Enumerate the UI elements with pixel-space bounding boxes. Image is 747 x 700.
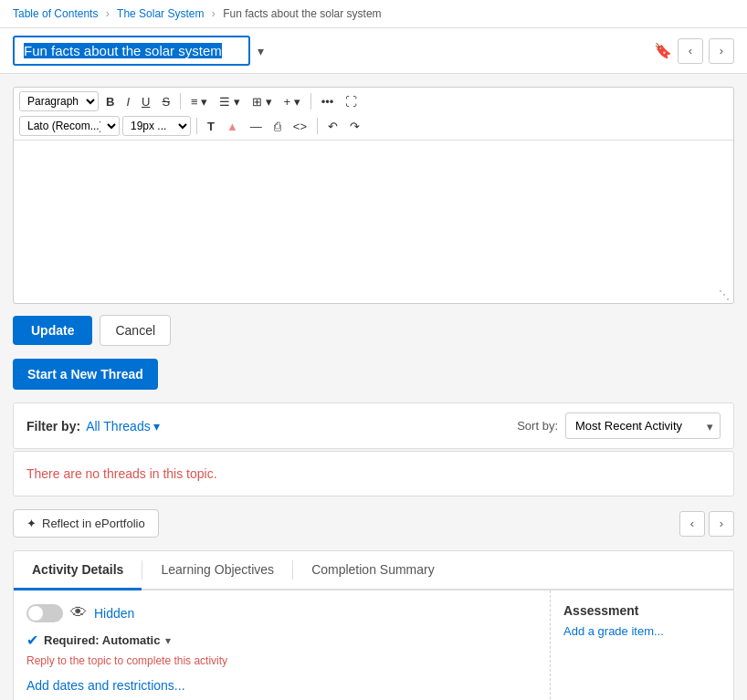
editor-body[interactable] [14, 141, 733, 287]
no-threads-banner: There are no threads in this topic. [13, 451, 734, 496]
add-dates-link[interactable]: Add dates and restrictions... [26, 678, 537, 693]
sort-label: Sort by: [517, 419, 558, 433]
reflect-prev-button[interactable]: ‹ [679, 511, 705, 537]
toolbar-sep-3 [196, 118, 197, 134]
text-format-button[interactable]: T [203, 117, 219, 136]
tab-right-panel: Assessment Add a grade item... [551, 590, 733, 700]
redo-button[interactable]: ↷ [345, 117, 364, 136]
italic-button[interactable]: I [121, 92, 134, 111]
code-button[interactable]: <> [289, 117, 311, 136]
tab-left-panel: 👁 Hidden ✔ Required: Automatic ▾ Reply t… [14, 590, 551, 700]
reflect-next-button[interactable]: › [709, 511, 734, 537]
sort-select[interactable]: Most Recent Activity Oldest Activity Mos… [565, 413, 721, 439]
toolbar-sep-4 [317, 118, 318, 134]
editor-action-buttons: Update Cancel [13, 315, 734, 346]
page-header: ▾ 🔖 ‹ › [0, 28, 747, 74]
insert-button[interactable]: + ▾ [279, 92, 305, 111]
breadcrumb-current: Fun facts about the solar system [223, 7, 381, 20]
underline-button[interactable]: U [137, 92, 154, 111]
toolbar-sep-1 [180, 93, 181, 110]
tab-content: 👁 Hidden ✔ Required: Automatic ▾ Reply t… [14, 590, 733, 700]
tabs-section: Activity Details Learning Objectives Com… [13, 550, 734, 700]
tab-completion-summary[interactable]: Completion Summary [293, 551, 453, 590]
reflect-bar: ✦ Reflect in ePortfolio ‹ › [13, 509, 734, 538]
table-button[interactable]: ⊞ ▾ [247, 92, 277, 111]
font-select[interactable]: Lato (Recom...) Arial Times New Roman [19, 116, 120, 136]
toolbar-row-2: Lato (Recom...) Arial Times New Roman 19… [19, 116, 728, 136]
tabs-header: Activity Details Learning Objectives Com… [14, 551, 733, 590]
hr-button[interactable]: — [246, 117, 267, 136]
hidden-toggle[interactable] [26, 604, 63, 622]
prev-nav-button[interactable]: ‹ [678, 38, 703, 64]
tab-learning-objectives[interactable]: Learning Objectives [142, 551, 292, 590]
update-button[interactable]: Update [13, 316, 92, 345]
reflect-label: Reflect in ePortfolio [42, 517, 145, 530]
filter-sort-bar: Filter by: All Threads ▾ Sort by: Most R… [13, 402, 734, 449]
more-button[interactable]: ••• [317, 92, 339, 111]
align-button[interactable]: ≡ ▾ [186, 92, 212, 111]
reflect-icon: ✦ [26, 517, 37, 530]
toolbar-sep-2 [310, 93, 311, 110]
list-button[interactable]: ☰ ▾ [215, 92, 245, 111]
filter-label: Filter by: [26, 419, 80, 434]
bookmark-icon[interactable]: 🔖 [654, 42, 672, 59]
breadcrumb-link-toc[interactable]: Table of Contents [13, 7, 98, 20]
check-icon: ✔ [26, 632, 38, 649]
eye-icon: 👁 [70, 603, 87, 622]
no-threads-text: There are no threads in this topic. [26, 466, 217, 481]
page-title-input[interactable] [13, 36, 250, 66]
main-content: Paragraph Heading 1 Heading 2 B I U S ≡ … [0, 74, 747, 700]
assessment-title: Assessment [563, 603, 721, 618]
breadcrumb: Table of Contents › The Solar System › F… [0, 0, 747, 28]
breadcrumb-link-solar[interactable]: The Solar System [117, 7, 204, 20]
help-text: Reply to the topic to complete this acti… [26, 654, 537, 667]
size-select[interactable]: 19px ... 12px 14px 16px [122, 116, 191, 136]
hidden-label[interactable]: Hidden [94, 606, 134, 621]
sort-select-wrap: Most Recent Activity Oldest Activity Mos… [565, 413, 721, 439]
toolbar-row-1: Paragraph Heading 1 Heading 2 B I U S ≡ … [19, 91, 728, 111]
resize-handle[interactable]: ⋱ [14, 287, 733, 303]
tab-activity-details[interactable]: Activity Details [14, 551, 142, 590]
cancel-button[interactable]: Cancel [100, 315, 171, 346]
next-nav-button[interactable]: › [709, 38, 734, 64]
add-grade-item-link[interactable]: Add a grade item... [563, 624, 664, 638]
image-button[interactable]: ⎙ [269, 117, 286, 136]
paragraph-select[interactable]: Paragraph Heading 1 Heading 2 [19, 91, 99, 111]
bold-button[interactable]: B [101, 92, 119, 111]
strikethrough-button[interactable]: S [157, 92, 174, 111]
editor-toolbar: Paragraph Heading 1 Heading 2 B I U S ≡ … [14, 88, 733, 141]
title-dropdown-arrow[interactable]: ▾ [258, 44, 264, 58]
fullscreen-button[interactable]: ⛶ [341, 92, 362, 111]
required-text: Required: Automatic [44, 633, 160, 647]
undo-button[interactable]: ↶ [323, 117, 342, 136]
highlight-button[interactable]: ▲ [222, 117, 243, 136]
required-row: ✔ Required: Automatic ▾ [26, 632, 537, 649]
reflect-eportfolio-button[interactable]: ✦ Reflect in ePortfolio [13, 509, 159, 538]
filter-all-threads[interactable]: All Threads ▾ [86, 419, 160, 434]
toggle-knob [28, 606, 43, 621]
hidden-row: 👁 Hidden [26, 603, 537, 622]
sort-controls: Sort by: Most Recent Activity Oldest Act… [517, 413, 721, 439]
editor-container: Paragraph Heading 1 Heading 2 B I U S ≡ … [13, 87, 734, 304]
reflect-nav: ‹ › [679, 511, 734, 537]
required-dropdown-arrow[interactable]: ▾ [165, 634, 171, 647]
start-new-thread-button[interactable]: Start a New Thread [13, 359, 158, 390]
header-actions: 🔖 ‹ › [654, 38, 734, 64]
